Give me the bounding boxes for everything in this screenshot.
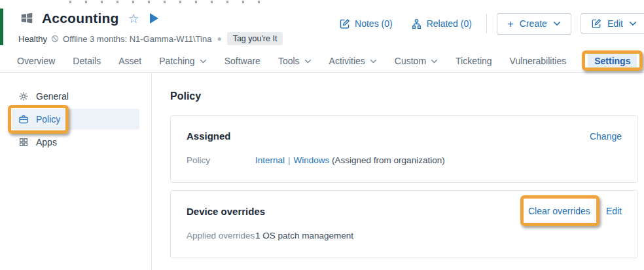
related-hierarchy-icon	[411, 18, 422, 29]
policy-internal-link[interactable]: Internal	[255, 155, 285, 165]
tab-settings[interactable]: Settings	[588, 52, 637, 69]
tab-activities[interactable]: Activities	[329, 56, 377, 66]
edit-pencil-icon	[591, 18, 601, 29]
assigned-policy-card: Assigned Change Policy Internal|Windows …	[170, 115, 638, 183]
tab-tools[interactable]: Tools	[278, 56, 312, 66]
sidebar-item-policy[interactable]: Policy	[12, 109, 139, 130]
device-tag[interactable]: Tag you're It	[227, 32, 283, 45]
related-link[interactable]: Related (0)	[411, 18, 472, 29]
policy-assignment-note: (Assigned from organization)	[332, 155, 445, 165]
notes-link[interactable]: Notes (0)	[339, 18, 393, 29]
device-tab-bar: Overview Details Asset Patching Software…	[0, 50, 644, 73]
chevron-down-icon	[629, 21, 637, 26]
policy-row: Policy Internal|Windows (Assigned from o…	[187, 155, 622, 165]
sidebar-item-label: Apps	[36, 137, 57, 147]
run-play-icon[interactable]	[150, 13, 158, 24]
policy-windows-link[interactable]: Windows	[294, 155, 330, 165]
tab-patching[interactable]: Patching	[159, 56, 206, 66]
sidebar-item-general[interactable]: General	[12, 86, 139, 107]
offline-status-text: Offline 3 months: N1-Gamma-W11\Tina	[63, 34, 211, 44]
tab-ticketing[interactable]: Ticketing	[456, 56, 492, 66]
card-title: Device overrides	[187, 206, 265, 217]
applied-overrides-row: Applied overrides 1 OS patch management	[187, 231, 622, 241]
tab-custom[interactable]: Custom	[395, 56, 438, 66]
sidebar-item-label: Policy	[36, 114, 60, 125]
briefcase-icon	[18, 114, 29, 125]
edit-button[interactable]: Edit	[581, 13, 644, 34]
settings-sidebar: General Policy Apps	[0, 73, 152, 270]
sidebar-item-label: General	[36, 91, 69, 102]
health-status-bar	[0, 9, 3, 45]
chevron-down-icon	[431, 59, 438, 64]
create-button[interactable]: + Create	[497, 13, 571, 35]
grid-icon	[18, 137, 29, 147]
policy-settings-panel: Policy Assigned Change Policy Internal|W…	[152, 73, 644, 270]
notes-icon	[339, 18, 350, 29]
pipe-separator: |	[285, 155, 294, 165]
clipped-text-remnant	[69, 1, 272, 3]
tab-vulnerabilities[interactable]: Vulnerabilities	[510, 56, 567, 66]
device-overrides-card: Device overrides Clear overrides Edit Ap…	[170, 190, 638, 258]
chevron-down-icon	[370, 59, 377, 64]
tab-overview[interactable]: Overview	[17, 56, 55, 66]
edit-overrides-link[interactable]: Edit	[606, 206, 622, 216]
row-label: Policy	[187, 155, 255, 165]
plus-icon: +	[507, 18, 514, 29]
chevron-down-icon	[304, 59, 312, 64]
tab-software[interactable]: Software	[224, 56, 260, 66]
chevron-down-icon	[200, 59, 207, 64]
gear-icon	[18, 91, 29, 102]
page-title: Accounting	[42, 10, 119, 26]
offline-icon	[51, 35, 59, 43]
header-divider	[486, 14, 487, 33]
health-status-label: Healthy	[18, 34, 47, 44]
chevron-down-icon	[553, 21, 561, 26]
device-header: Accounting ☆ Healthy Offline 3 months: N…	[0, 7, 644, 46]
card-title: Assigned	[187, 130, 231, 142]
tab-details[interactable]: Details	[73, 56, 101, 66]
sidebar-item-apps[interactable]: Apps	[12, 132, 139, 153]
windows-logo-icon	[20, 11, 34, 26]
favorite-star-icon[interactable]: ☆	[128, 12, 139, 25]
row-label: Applied overrides	[187, 231, 255, 241]
tab-asset[interactable]: Asset	[118, 56, 141, 66]
applied-overrides-value: 1 OS patch management	[255, 231, 353, 241]
clear-overrides-link[interactable]: Clear overrides	[528, 206, 590, 216]
separator-dot: ●	[215, 34, 223, 43]
content-heading: Policy	[170, 90, 638, 102]
change-policy-link[interactable]: Change	[590, 131, 622, 142]
